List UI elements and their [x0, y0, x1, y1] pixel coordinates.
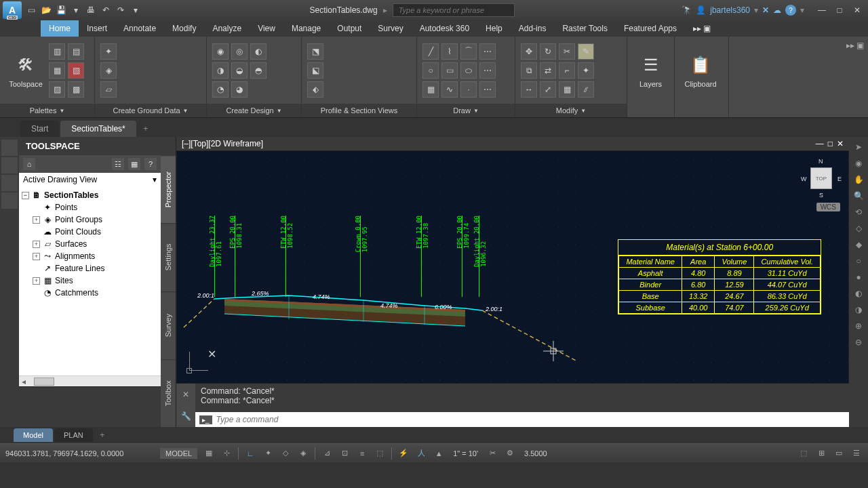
exchange-icon[interactable]: ✕ — [762, 5, 769, 15]
menu-insert[interactable]: Insert — [79, 20, 115, 37]
nav-pan-icon[interactable]: ✋ — [850, 172, 867, 187]
tpy-icon[interactable]: ⬚ — [374, 447, 386, 460]
profile-btn-3[interactable]: ⬖ — [307, 81, 323, 98]
design-btn-7[interactable]: ◔ — [212, 81, 229, 98]
nav-tool-8[interactable]: ○ — [850, 253, 867, 268]
new-icon[interactable]: ▭ — [24, 3, 38, 17]
palette-btn-6[interactable]: ▩ — [68, 81, 84, 98]
tree-root[interactable]: −🗎SectionTables — [19, 189, 161, 201]
palettes-panel-label[interactable]: Palettes▼ — [0, 104, 94, 117]
menu-annotate[interactable]: Annotate — [115, 20, 164, 37]
tree-item-feature-lines[interactable]: ↗Feature Lines — [19, 262, 161, 274]
copy-icon[interactable]: ⧉ — [521, 62, 537, 79]
vp-minimize-icon[interactable]: — — [816, 139, 824, 148]
ground-data-panel-label[interactable]: Create Ground Data▼ — [95, 104, 206, 117]
save-icon[interactable]: 💾 — [54, 3, 68, 17]
layers-button[interactable]: ☰ Layers — [633, 43, 669, 98]
undo-icon[interactable]: ↶ — [99, 3, 113, 17]
trim-icon[interactable]: ✂ — [559, 43, 575, 60]
close-button[interactable]: ✕ — [849, 3, 865, 17]
redo-icon[interactable]: ↷ — [114, 3, 127, 17]
create-design-panel-label[interactable]: Create Design▼ — [207, 104, 301, 117]
binoculars-icon[interactable]: 🔭 — [682, 5, 692, 15]
design-btn-3[interactable]: ◐ — [250, 43, 267, 60]
ts-home-icon[interactable]: ⌂ — [23, 158, 35, 170]
sidetab-survey[interactable]: Survey — [161, 291, 176, 359]
command-input[interactable] — [216, 415, 845, 424]
polar-icon[interactable]: ✦ — [262, 447, 274, 460]
wcs-badge[interactable]: WCS — [816, 203, 840, 211]
tree-item-point-groups[interactable]: +◈Point Groups — [19, 214, 161, 226]
cmd-wrench-icon[interactable]: 🔧 — [181, 411, 191, 421]
drawing-canvas[interactable]: Daylight 23.371097.61EPS 20.001098.31ETW… — [176, 150, 849, 384]
profile-section-panel-label[interactable]: Profile & Section Views — [302, 104, 416, 117]
nav-tool-6[interactable]: ◇ — [850, 221, 867, 236]
design-btn-1[interactable]: ◉ — [212, 43, 229, 60]
vp-close-icon[interactable]: ✕ — [837, 139, 844, 148]
nav-arrow-icon[interactable]: ➤ — [850, 140, 867, 155]
menu-help[interactable]: Help — [477, 20, 511, 37]
scale-button[interactable]: 1" = 10' — [450, 448, 481, 459]
circle-icon[interactable]: ○ — [422, 62, 439, 79]
design-btn-6[interactable]: ◓ — [250, 62, 267, 79]
tab-sectiontables[interactable]: SectionTables* — [60, 121, 136, 137]
snap-toggle-icon[interactable]: ⊹ — [220, 447, 233, 460]
iso-icon[interactable]: ⬚ — [797, 447, 810, 460]
design-btn-8[interactable]: ◕ — [231, 81, 248, 98]
left-tool-2[interactable] — [1, 157, 18, 174]
palette-btn-5[interactable]: ▨ — [49, 81, 65, 98]
nav-wheel-icon[interactable]: ◉ — [850, 156, 867, 171]
point-icon[interactable]: · — [460, 81, 477, 98]
left-tool-1[interactable] — [1, 140, 18, 156]
ts-grid-icon[interactable]: ▦ — [128, 158, 140, 170]
lwt-icon[interactable]: ≡ — [356, 447, 368, 460]
surfaces-btn[interactable]: ◈ — [100, 62, 117, 79]
tree-item-points[interactable]: ✦Points — [19, 201, 161, 214]
array-icon[interactable]: ▦ — [559, 81, 575, 98]
nav-zoom-icon[interactable]: 🔍 — [850, 188, 867, 203]
model-space-button[interactable]: MODEL — [160, 448, 197, 459]
viewport-label[interactable]: [–][Top][2D Wireframe] — [182, 139, 263, 148]
stretch-icon[interactable]: ↔ — [521, 81, 537, 98]
ribbon-more-icon[interactable]: ▸▸ ▣ — [846, 41, 864, 50]
draw-panel-label[interactable]: Draw▼ — [417, 104, 515, 117]
osnap-icon[interactable]: ◇ — [279, 447, 292, 460]
user-icon[interactable]: 👤 — [696, 5, 706, 15]
mirror-icon[interactable]: ⇄ — [540, 62, 556, 79]
spline-icon[interactable]: ∿ — [441, 81, 458, 98]
nav-tool-7[interactable]: ◆ — [850, 237, 867, 252]
help-icon[interactable]: ? — [785, 5, 796, 16]
survey-btn[interactable]: ▱ — [100, 81, 117, 98]
a360-icon[interactable]: ☁ — [773, 5, 781, 15]
tree-item-alignments[interactable]: +⤳Alignments — [19, 250, 161, 262]
menu-manage[interactable]: Manage — [283, 20, 329, 37]
dyn-icon[interactable]: ⊡ — [338, 447, 351, 460]
ts-help-icon[interactable]: ? — [144, 158, 157, 170]
draw-more-3[interactable]: ⋯ — [479, 81, 496, 98]
tab-start[interactable]: Start — [20, 121, 59, 137]
nav-tool-9[interactable]: ● — [850, 270, 867, 285]
user-name[interactable]: jbartels360 — [710, 5, 750, 15]
view-dropdown[interactable]: Active Drawing View▾ — [19, 173, 161, 186]
vp-maximize-icon[interactable]: □ — [828, 139, 833, 148]
toolspace-button[interactable]: 🛠 Toolspace — [5, 43, 46, 98]
menu-overflow[interactable]: ▸▸ ▣ — [685, 20, 719, 37]
draw-more-2[interactable]: ⋯ — [479, 62, 496, 79]
menu-output[interactable]: Output — [329, 20, 370, 37]
maximize-button[interactable]: □ — [831, 3, 848, 17]
nav-tool-13[interactable]: ⊖ — [850, 335, 867, 350]
offset-icon[interactable]: ⫽ — [578, 81, 594, 98]
custom-icon[interactable]: ☰ — [850, 447, 863, 460]
fillet-icon[interactable]: ⌐ — [559, 62, 575, 79]
menu-analyze[interactable]: Analyze — [204, 20, 250, 37]
saveas-icon[interactable]: ▾ — [69, 3, 83, 17]
line-icon[interactable]: ╱ — [422, 43, 439, 60]
plot-icon[interactable]: 🖶 — [84, 3, 98, 17]
search-input[interactable] — [393, 3, 515, 17]
minimize-button[interactable]: — — [814, 3, 830, 17]
hw-icon[interactable]: ⊞ — [815, 447, 827, 460]
profile-btn-1[interactable]: ⬔ — [307, 43, 323, 60]
qs-icon[interactable]: ⚡ — [397, 447, 410, 460]
gear-icon[interactable]: ⚙ — [504, 447, 516, 460]
nav-tool-11[interactable]: ◑ — [850, 302, 867, 317]
